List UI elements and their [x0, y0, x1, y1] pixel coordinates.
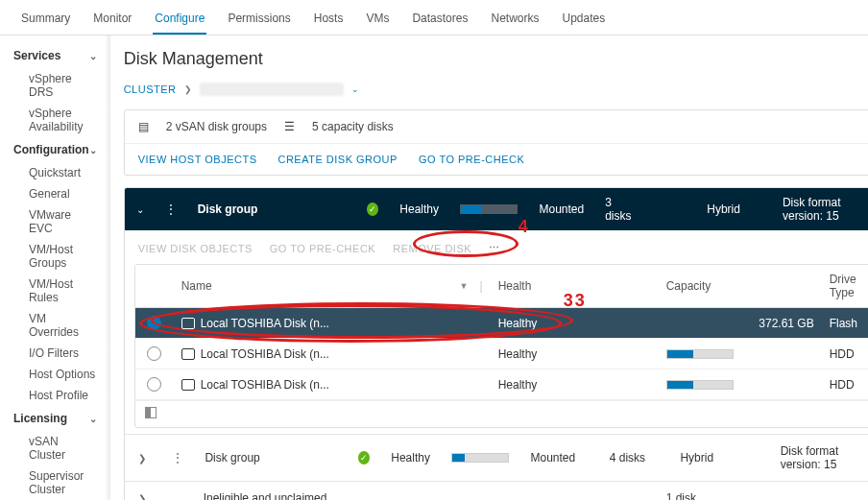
disk-name: Local TOSHIBA Disk (n...: [201, 317, 329, 330]
sidebar-item-vmware-evc[interactable]: VMware EVC: [0, 204, 110, 239]
sidebar-item-i-o-filters[interactable]: I/O Filters: [0, 343, 110, 364]
action-go-to-pre-check[interactable]: GO TO PRE-CHECK: [419, 154, 524, 165]
chevron-right-icon: ❯: [184, 84, 193, 94]
disk-health: Healthy: [491, 378, 659, 392]
tab-datastores[interactable]: Datastores: [410, 8, 470, 35]
table-footer: [135, 400, 868, 427]
expand-icon[interactable]: ❯: [138, 453, 152, 464]
disk-name: Local TOSHIBA Disk (n...: [201, 347, 329, 361]
expand-icon[interactable]: ❯: [138, 493, 154, 501]
tab-vms[interactable]: VMs: [364, 8, 391, 35]
disk-groups-icon: ▤: [138, 120, 149, 133]
disk-health: Healthy: [491, 347, 659, 361]
collapse-icon[interactable]: ⌄: [136, 204, 144, 215]
tab-monitor[interactable]: Monitor: [91, 8, 133, 35]
usage-bar: [460, 204, 518, 214]
column-picker-icon[interactable]: [145, 407, 157, 418]
breadcrumb-root[interactable]: CLUSTER: [124, 83, 177, 95]
col-name[interactable]: Name ▼ |: [174, 273, 491, 299]
top-tabs: SummaryMonitorConfigurePermissionsHostsV…: [0, 0, 868, 36]
action-remove-disk[interactable]: REMOVE DISK: [393, 243, 471, 254]
group-type: Hybrid: [707, 202, 740, 216]
sidebar-item-vm-host-rules[interactable]: VM/Host Rules: [0, 274, 110, 308]
summary-row[interactable]: ❯Ineligible and unclaimed1 disk: [125, 481, 868, 500]
actions-menu-icon[interactable]: ⋮: [165, 202, 177, 216]
breadcrumb-item-redacted: [200, 83, 344, 96]
health-text: Healthy: [391, 451, 430, 464]
action-go-to-pre-check[interactable]: GO TO PRE-CHECK: [270, 243, 375, 254]
disk-icon: [181, 318, 195, 329]
more-actions-icon[interactable]: ⋯: [489, 242, 500, 254]
page-title: Disk Management: [124, 49, 868, 69]
radio-select[interactable]: [147, 377, 161, 392]
capacity-disks-count: 5 capacity disks: [312, 120, 394, 133]
drive-type: Flash: [822, 317, 868, 330]
sidebar-item-vsphere-drs[interactable]: vSphere DRS: [0, 68, 110, 103]
table-row[interactable]: Local TOSHIBA Disk (n...HealthyHDD: [135, 369, 868, 400]
chevron-down-icon[interactable]: ⌄: [351, 84, 360, 94]
tab-summary[interactable]: Summary: [19, 8, 72, 35]
tab-updates[interactable]: Updates: [560, 8, 607, 35]
sidebar-item-vm-host-groups[interactable]: VM/Host Groups: [0, 239, 110, 274]
chevron-down-icon: ⌄: [89, 414, 97, 424]
disk-health: Healthy: [491, 317, 659, 330]
disk-icon: [181, 348, 195, 360]
disk-group-header: ⌄ ⋮ Disk group ✓ Healthy Mounted 3 disks…: [125, 188, 868, 230]
col-capacity[interactable]: Capacity: [659, 273, 822, 299]
drive-type: HDD: [822, 347, 868, 361]
capacity-disks-icon: ☰: [284, 120, 295, 133]
tab-networks[interactable]: Networks: [489, 8, 541, 35]
sidebar-item-quickstart[interactable]: Quickstart: [0, 162, 110, 183]
disks-table: Name ▼ | Health Capacity Drive Type 3 Lo…: [134, 264, 868, 428]
sidebar-item-general[interactable]: General: [0, 183, 110, 204]
sidebar-item-vm-overrides[interactable]: VM Overrides: [0, 308, 110, 343]
usage-bar: [666, 349, 734, 359]
sidebar-group-configuration[interactable]: Configuration⌄: [0, 137, 110, 162]
sidebar-group-services[interactable]: Services⌄: [0, 43, 110, 68]
disk-group-panel: ⌄ ⋮ Disk group ✓ Healthy Mounted 3 disks…: [124, 187, 868, 500]
tab-configure[interactable]: Configure: [153, 8, 206, 35]
disk-actions-row: VIEW DISK OBJECTSGO TO PRE-CHECKREMOVE D…: [125, 230, 868, 264]
health-ok-icon: ✓: [358, 451, 370, 464]
sidebar-item-host-options[interactable]: Host Options: [0, 364, 110, 385]
breadcrumb[interactable]: CLUSTER ❯ ⌄: [124, 83, 868, 96]
format-version: Disk format version: 15: [781, 444, 868, 471]
sidebar-item-vsan-cluster[interactable]: vSAN Cluster: [0, 431, 110, 465]
disk-count: 3 disks: [605, 196, 636, 223]
col-drive-type[interactable]: Drive Type: [822, 273, 868, 299]
health-text: Healthy: [399, 202, 439, 216]
health-ok-icon: ✓: [367, 202, 378, 216]
disk-capacity: 372.61 GB: [759, 317, 813, 330]
action-view-host-objects[interactable]: VIEW HOST OBJECTS: [138, 154, 257, 165]
chevron-down-icon: ⌄: [89, 51, 97, 61]
sort-icon[interactable]: ▼: [460, 281, 469, 291]
action-create-disk-group[interactable]: CREATE DISK GROUP: [277, 154, 397, 165]
disk-group-label: Disk group: [198, 202, 258, 216]
usage-bar: [666, 380, 734, 390]
format-version: Disk format version: 15: [783, 196, 868, 223]
disk-icon: [181, 379, 195, 391]
disk-count: 1 disk: [666, 491, 724, 500]
radio-select[interactable]: [147, 346, 161, 361]
table-row[interactable]: Local TOSHIBA Disk (n...HealthyHDD: [135, 339, 868, 369]
summary-row[interactable]: ❯⋮Disk group✓HealthyMounted4 disksHybrid…: [125, 434, 868, 481]
sidebar: Services⌄vSphere DRSvSphere Availability…: [0, 36, 110, 500]
disk-count: 4 disks: [610, 451, 660, 464]
tab-permissions[interactable]: Permissions: [226, 8, 292, 35]
usage-bar: [451, 453, 510, 463]
disk-name: Local TOSHIBA Disk (n...: [201, 378, 329, 392]
sidebar-item-host-profile[interactable]: Host Profile: [0, 385, 110, 406]
actions-menu-icon[interactable]: ⋮: [172, 451, 183, 464]
sidebar-item-vsphere-availability[interactable]: vSphere Availability: [0, 103, 110, 137]
action-view-disk-objects[interactable]: VIEW DISK OBJECTS: [138, 243, 253, 254]
radio-select[interactable]: [147, 316, 161, 330]
table-row[interactable]: Local TOSHIBA Disk (n...Healthy372.61 GB…: [135, 308, 868, 339]
sidebar-group-licensing[interactable]: Licensing⌄: [0, 406, 110, 431]
col-health[interactable]: Health: [491, 273, 659, 299]
sidebar-item-supervisor-cluster[interactable]: Supervisor Cluster: [0, 465, 110, 500]
tab-hosts[interactable]: Hosts: [312, 8, 346, 35]
disk-groups-count: 2 vSAN disk groups: [166, 120, 267, 133]
chevron-down-icon: ⌄: [89, 145, 97, 155]
summary-card: ▤ 2 vSAN disk groups ☰ 5 capacity disks …: [124, 109, 868, 176]
row-label: Disk group: [205, 451, 337, 464]
